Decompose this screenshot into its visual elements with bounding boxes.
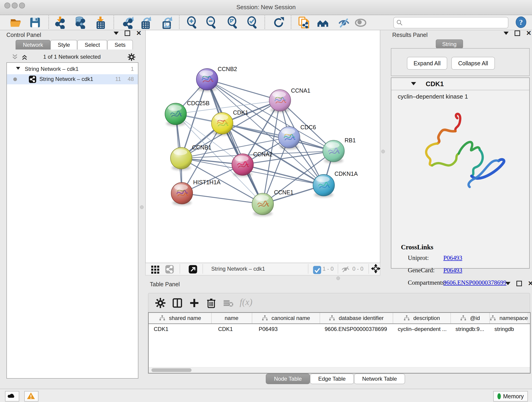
export-image-icon[interactable] (159, 16, 172, 29)
search-text-field[interactable] (405, 18, 504, 27)
selected-checkbox-icon[interactable] (312, 265, 320, 273)
tab-network[interactable]: Network (16, 40, 51, 50)
panel-close-icon[interactable]: ✕ (526, 31, 531, 36)
zoom-in-icon[interactable] (186, 16, 199, 29)
column-header-database-identifier[interactable]: database identifier (320, 313, 393, 323)
warning-icon (27, 392, 35, 400)
node-label-CDKN1A: CDKN1A (335, 171, 358, 177)
tab-select[interactable]: Select (77, 40, 107, 50)
column-header-description[interactable]: description (393, 313, 451, 323)
export-network-icon[interactable] (121, 16, 134, 29)
scrollbar-thumb[interactable] (152, 368, 191, 372)
panel-menu-icon[interactable] (505, 282, 510, 285)
table-horizontal-scrollbar[interactable] (149, 367, 530, 373)
open-in-new-window-icon[interactable] (188, 265, 197, 274)
node-RB1[interactable]: RB1 (323, 137, 356, 163)
show-all-icon[interactable] (354, 16, 367, 29)
expand-all-button[interactable]: Expand All (407, 57, 447, 70)
collection-expander-icon[interactable] (16, 67, 20, 70)
memory-button[interactable]: Memory (493, 391, 528, 402)
column-header-shared-name[interactable]: shared name (149, 313, 212, 323)
horizontal-splitter-handle[interactable] (336, 276, 340, 280)
results-panel-title: Results Panel (392, 32, 428, 38)
tab-style[interactable]: Style (51, 40, 77, 50)
string-network-graph[interactable]: CCNB2 CCNA1 CDC25B CDK1 CDC6 RB1 CCNB1 C… (146, 30, 380, 263)
gene-expander-icon[interactable] (411, 82, 416, 85)
fit-selected-crosshair-icon[interactable] (371, 264, 382, 274)
network-selection-bar: 1 of 1 Network selected (6, 52, 138, 62)
node-table[interactable]: shared namename canonical name database … (148, 312, 531, 374)
delete-column-icon[interactable] (206, 298, 217, 308)
export-table-icon[interactable] (138, 16, 151, 29)
cell-description[interactable]: cyclin–dependent ... (393, 324, 450, 334)
cell-shared-name[interactable]: CDK1 (149, 324, 211, 334)
search-input[interactable] (393, 17, 508, 28)
network-canvas[interactable]: CCNB2 CCNA1 CDC25B CDK1 CDC6 RB1 CCNB1 C… (145, 30, 380, 263)
panel-close-icon[interactable]: ✕ (136, 31, 141, 36)
column-header-canonical-name[interactable]: canonical name (252, 313, 320, 323)
crosslink-link[interactable]: P06493 (443, 254, 462, 262)
open-session-icon[interactable] (9, 16, 22, 29)
panel-menu-icon[interactable] (114, 32, 119, 35)
import-network-icon[interactable] (53, 16, 66, 29)
gene-header-row[interactable]: CDK1 (391, 78, 529, 90)
help-button[interactable]: ? (515, 17, 527, 28)
share-network-icon[interactable] (165, 265, 174, 274)
collapse-all-button[interactable]: Collapse All (451, 57, 495, 70)
network-collection-row[interactable]: String Network – cdk1 1 (7, 64, 138, 74)
save-session-icon[interactable] (29, 16, 41, 29)
control-panel: Control Panel ✕ NetworkStyleSelectSets 1… (2, 30, 138, 390)
panel-float-icon[interactable] (515, 31, 520, 36)
hide-selected-icon[interactable] (337, 16, 350, 29)
crosslinks-title: CrossLinks (401, 243, 433, 251)
node-HIST1H1A[interactable]: HIST1H1A (171, 179, 221, 205)
warning-status-button[interactable] (24, 391, 38, 402)
selection-status-text: 1 of 1 Network selected (6, 54, 138, 60)
cell-canonical-name[interactable]: P06493 (252, 324, 320, 334)
cell-namespace[interactable]: stringdb (489, 324, 528, 334)
tab-edge-table[interactable]: Edge Table (310, 374, 354, 384)
column-header-namespace[interactable]: namespace (489, 313, 528, 323)
tab-string[interactable]: String (436, 39, 463, 49)
node-CCNA1[interactable]: CCNA1 (269, 87, 310, 113)
zoom-selected-icon[interactable] (246, 16, 259, 29)
tab-sets[interactable]: Sets (107, 40, 133, 50)
vertical-splitter-handle[interactable] (381, 150, 385, 153)
edge-CCNB2-CCNA1[interactable] (207, 79, 280, 100)
node-label-CCNA2: CCNA2 (253, 151, 273, 157)
cloud-status-button[interactable] (5, 391, 19, 402)
first-neighbors-icon[interactable] (317, 16, 329, 29)
column-header-name[interactable]: name (211, 313, 252, 323)
cell-name[interactable]: CDK1 (211, 324, 252, 334)
network-options-gear-icon[interactable] (127, 53, 136, 61)
tab-node-table[interactable]: Node Table (266, 374, 310, 384)
table-gear-icon[interactable] (155, 298, 166, 308)
crosslink-link[interactable]: P06493 (443, 267, 462, 274)
edge-HIST1H1A-CCNE1[interactable] (182, 193, 263, 204)
status-bar: Memory (0, 389, 532, 402)
panel-menu-icon[interactable] (504, 32, 509, 35)
import-database-icon[interactable] (74, 16, 86, 29)
node-label-CCNB1: CCNB1 (192, 144, 211, 151)
panel-float-icon[interactable] (125, 31, 130, 36)
panel-close-icon[interactable]: ✕ (528, 281, 532, 286)
zoom-fit-icon[interactable] (226, 16, 239, 29)
panel-float-icon[interactable] (516, 281, 522, 286)
import-table-icon[interactable] (94, 16, 106, 29)
cell-@id[interactable]: stringdb:9... (450, 324, 489, 334)
table-header-row: shared namename canonical name database … (149, 313, 531, 324)
add-column-icon[interactable] (189, 298, 200, 308)
tab-network-table[interactable]: Network Table (354, 374, 405, 384)
copy-view-icon[interactable] (298, 16, 310, 29)
column-header-@id[interactable]: @id (450, 313, 490, 323)
refresh-view-icon[interactable] (272, 16, 285, 29)
show-columns-icon[interactable] (172, 298, 183, 308)
vertical-splitter-handle[interactable] (140, 205, 144, 209)
toolbar-separator (291, 16, 291, 29)
node-CDKN1A[interactable]: CDKN1A (313, 171, 358, 197)
birdseye-grid-icon[interactable] (151, 265, 160, 274)
node-CDC25B[interactable]: CDC25B (165, 100, 210, 126)
cell-database-identifier[interactable]: 9606.ENSP00000378699 (320, 324, 393, 334)
zoom-out-icon[interactable] (205, 16, 218, 29)
network-row-selected[interactable]: String Network – cdk1 11 48 (7, 74, 138, 84)
